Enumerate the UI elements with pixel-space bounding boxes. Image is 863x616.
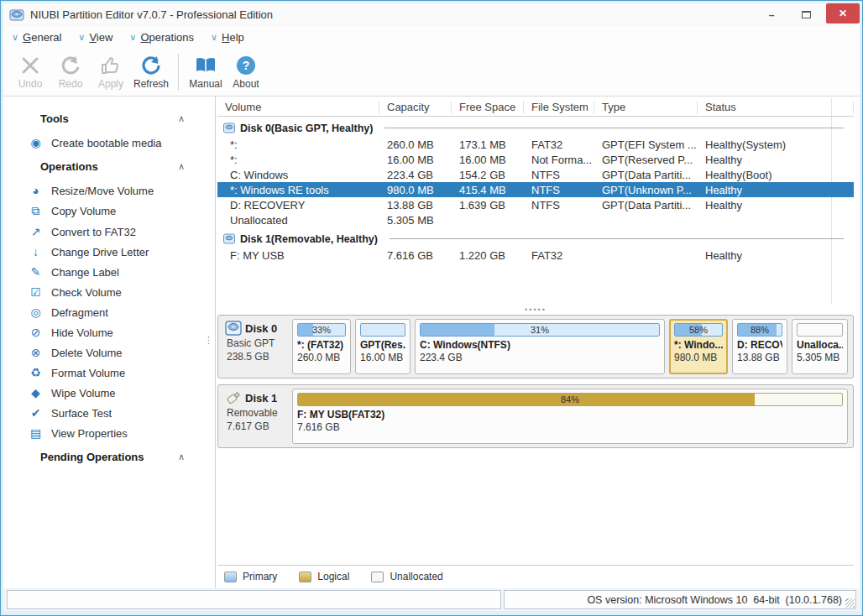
cell-capacity: 5.305 MB — [379, 214, 452, 227]
about-button[interactable]: ? About — [226, 50, 266, 94]
cell-free-space: 154.2 GB — [452, 169, 524, 181]
table-row-selected[interactable]: *: Windows RE tools 980.0 MB 415.4 MB NT… — [217, 182, 854, 197]
disk0-panel: Disk 0 Basic GPT 238.5 GB 33% *: (FAT32) — [217, 315, 854, 378]
partition-label: C: Windows(NTFS) — [420, 339, 660, 351]
sidebar-item-check-volume[interactable]: ☑ Check Volume — [3, 282, 215, 302]
sidebar-item-create-bootable-media[interactable]: ◉ Create bootable media — [3, 133, 215, 153]
usage-bar — [797, 323, 843, 337]
hard-disk-icon — [223, 123, 235, 133]
redo-label: Redo — [59, 78, 83, 90]
undo-label: Undo — [18, 78, 43, 90]
partition-size: 5.305 MB — [797, 352, 843, 363]
disk1-type: Removable — [225, 407, 287, 419]
manual-button[interactable]: Manual — [186, 50, 226, 94]
refresh-button[interactable]: Refresh — [131, 50, 171, 94]
cell-volume: *: — [217, 154, 379, 166]
cell-free-space: 16.00 MB — [452, 154, 524, 166]
disk1-panel: Disk 1 Removable 7.617 GB 84% F: MY USB(… — [217, 384, 854, 448]
table-row[interactable]: Unallocated 5.305 MB — [217, 212, 854, 227]
partition-block-reserved[interactable]: GPT(Res... 16.00 MB — [355, 319, 411, 374]
sidebar-item-label: Surface Test — [51, 407, 112, 420]
column-status[interactable]: Status — [698, 101, 854, 114]
undo-button[interactable]: Undo — [10, 50, 50, 94]
column-volume[interactable]: Volume — [217, 101, 379, 114]
maximize-button[interactable] — [792, 6, 820, 24]
legend: Primary Logical Unallocated — [217, 565, 854, 588]
sidebar-splitter-handle[interactable]: ⋮ — [204, 338, 213, 342]
disk1-blocks: 84% F: MY USB(FAT32) 7.616 GB — [292, 389, 848, 444]
partition-size: 16.00 MB — [360, 352, 405, 363]
section-tools[interactable]: Tools ∧ — [3, 105, 215, 133]
partition-block-unallocated[interactable]: Unalloca... 5.305 MB — [792, 319, 848, 374]
unallocated-swatch-icon — [371, 572, 384, 582]
main-area: Tools ∧ ◉ Create bootable media Operatio… — [3, 97, 860, 588]
sidebar-item-defragment[interactable]: ◎ Defragment — [3, 302, 215, 322]
column-free-space[interactable]: Free Space — [452, 101, 524, 114]
sidebar-item-hide-volume[interactable]: ⊘ Hide Volume — [3, 322, 215, 342]
partition-block-c-windows[interactable]: 31% C: Windows(NTFS) 223.4 GB — [415, 319, 665, 374]
disk0-group-header[interactable]: Disk 0(Basic GPT, Healthy) — [217, 119, 854, 137]
resize-grip[interactable] — [845, 598, 855, 608]
cell-capacity: 16.00 MB — [379, 154, 452, 166]
section-pending-operations[interactable]: Pending Operations ∧ — [3, 443, 215, 471]
column-file-system[interactable]: File System — [524, 101, 594, 114]
table-row[interactable]: F: MY USB 7.616 GB 1.220 GB FAT32 Health… — [217, 248, 854, 263]
cell-capacity: 260.0 MB — [379, 138, 452, 151]
table-row[interactable]: *: 260.0 MB 173.1 MB FAT32 GPT(EFI Syste… — [217, 137, 854, 152]
redo-icon — [60, 55, 81, 76]
removable-disk-icon — [223, 233, 235, 244]
cell-file-system: NTFS — [524, 169, 594, 181]
table-row[interactable]: D: RECOVERY 13.88 GB 1.639 GB NTFS GPT(D… — [217, 197, 854, 212]
disk1-size: 7.617 GB — [225, 420, 287, 432]
menu-view-label: View — [89, 31, 112, 44]
disk0-info[interactable]: Disk 0 Basic GPT 238.5 GB — [223, 319, 287, 374]
close-button[interactable]: ✕ — [826, 3, 860, 23]
minimize-button[interactable]: – — [757, 6, 786, 24]
partition-block-windows-re-selected[interactable]: 58% *: Windo... 980.0 MB — [669, 319, 728, 374]
manual-icon — [195, 55, 217, 76]
menu-help-label: Help — [222, 31, 244, 44]
column-type[interactable]: Type — [594, 101, 698, 114]
menu-view[interactable]: ∨ View — [78, 31, 112, 44]
copy-icon: ⧉ — [28, 204, 44, 218]
section-operations[interactable]: Operations ∧ — [3, 153, 215, 180]
sidebar-item-surface-test[interactable]: ✔ Surface Test — [3, 403, 215, 423]
apply-button[interactable]: Apply — [91, 50, 131, 94]
sidebar-item-wipe-volume[interactable]: ◆ Wipe Volume — [3, 383, 215, 403]
sidebar-item-change-label[interactable]: ✎ Change Label — [3, 262, 215, 282]
sidebar-item-copy-volume[interactable]: ⧉ Copy Volume — [3, 201, 215, 222]
sidebar-item-resize-move-volume[interactable]: ◕ Resize/Move Volume — [3, 180, 215, 201]
partition-block-f-my-usb[interactable]: 84% F: MY USB(FAT32) 7.616 GB — [292, 389, 848, 444]
logical-swatch-icon — [299, 572, 311, 582]
partition-block-recovery[interactable]: 88% D: RECOV... 13.88 GB — [732, 319, 787, 374]
sidebar-item-view-properties[interactable]: ▤ View Properties — [3, 423, 215, 443]
sidebar-item-convert-to-fat32[interactable]: ↗ Convert to FAT32 — [3, 222, 215, 242]
legend-unallocated-label: Unallocated — [390, 571, 442, 582]
convert-icon: ↗ — [28, 225, 44, 238]
menu-general[interactable]: ∨ General — [12, 31, 61, 44]
menu-operations[interactable]: ∨ Operations — [129, 31, 194, 44]
redo-button[interactable]: Redo — [50, 50, 91, 94]
refresh-icon — [140, 55, 162, 76]
disk1-group-header[interactable]: Disk 1(Removable, Healthy) — [217, 230, 854, 248]
menu-help[interactable]: ∨ Help — [211, 31, 244, 44]
partition-label: *: (FAT32) — [297, 339, 346, 351]
cell-status: Healthy(Boot) — [698, 169, 854, 181]
partition-block-efi[interactable]: 33% *: (FAT32) 260.0 MB — [292, 319, 351, 374]
usage-percent: 31% — [421, 325, 659, 335]
disk1-info[interactable]: Disk 1 Removable 7.617 GB — [223, 389, 287, 444]
partition-size: 7.616 GB — [297, 421, 843, 433]
defragment-icon: ◎ — [28, 305, 44, 319]
status-panel-os-version: OS version: Microsoft Windows 10 64-bit … — [504, 590, 856, 609]
column-capacity[interactable]: Capacity — [379, 101, 452, 114]
sidebar-item-label: Check Volume — [51, 286, 122, 299]
os-version-text: OS version: Microsoft Windows 10 64-bit … — [587, 594, 842, 606]
horizontal-splitter[interactable]: ••••• — [217, 305, 854, 315]
sidebar-item-change-drive-letter[interactable]: ↓ Change Drive Letter — [3, 242, 215, 262]
sidebar-item-format-volume[interactable]: ♻ Format Volume — [3, 363, 215, 383]
table-row[interactable]: *: 16.00 MB 16.00 MB Not Forma... GPT(Re… — [217, 152, 854, 167]
cell-file-system: FAT32 — [524, 249, 594, 262]
table-row[interactable]: C: Windows 223.4 GB 154.2 GB NTFS GPT(Da… — [217, 167, 854, 182]
sidebar-item-delete-volume[interactable]: ⊗ Delete Volume — [3, 342, 215, 363]
usage-bar: 84% — [297, 393, 843, 406]
